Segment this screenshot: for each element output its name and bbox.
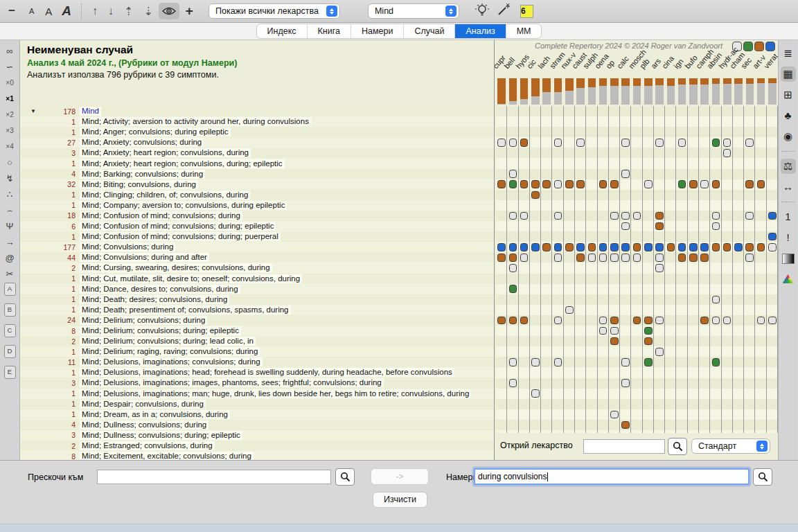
rubric-row[interactable]: 1Mind; Death; presentiment of; convulsio… <box>20 305 495 315</box>
broken-chain-icon[interactable]: ∽ <box>2 60 17 76</box>
rubric-row[interactable]: 1Mind; Cut, mutilate, slit, desire to; o… <box>20 274 495 284</box>
rubric-row[interactable]: 1Mind; Delusions, imaginations; head; fo… <box>20 367 495 378</box>
move-down-button[interactable]: ↓ <box>108 5 114 17</box>
legend-grade-3-swatch[interactable] <box>754 42 764 51</box>
find-remedy-input[interactable] <box>583 439 665 454</box>
multiply-1-button[interactable]: ×1 <box>2 91 17 107</box>
rubric-row[interactable]: 2Mind; Cursing, swearing, desires; convu… <box>20 263 495 273</box>
rubric-row[interactable]: 1Mind; Dream, as in a; convulsions, duri… <box>20 409 495 420</box>
rubric-row[interactable]: 4Mind; Dullness; convulsions; during <box>20 420 495 430</box>
find-search-button[interactable] <box>753 468 772 486</box>
rubric-row[interactable]: 2Mind; Delirium; convulsions; during; le… <box>20 336 495 346</box>
gradient-icon[interactable] <box>781 251 796 266</box>
arc-icon[interactable]: ⌢ <box>2 203 17 219</box>
find-remedy-search-button[interactable] <box>668 438 687 455</box>
jump-to-input[interactable] <box>97 470 331 484</box>
group-a-button[interactable]: A <box>4 283 16 296</box>
tab-анализ[interactable]: Анализ <box>455 24 506 38</box>
rubric-row[interactable]: 44Mind; Convulsions; during and after <box>20 252 495 263</box>
rubric-row[interactable]: 8Mind; Delirium; convulsions; during; ep… <box>20 326 495 336</box>
rubric-row[interactable]: 1Mind; Delusions, imaginations; man; hug… <box>20 389 495 399</box>
rubric-row[interactable]: 1Mind; Anger; convulsions; during epilep… <box>20 127 495 137</box>
rubric-row[interactable]: 1Mind; Clinging; children, of; convulsio… <box>20 190 495 200</box>
forward-button[interactable]: -> <box>371 468 429 485</box>
remedy-column-header[interactable]: verat <box>762 52 778 71</box>
count-badge[interactable]: 6 <box>520 5 533 18</box>
tab-мм[interactable]: ММ <box>506 24 542 38</box>
rubric-row[interactable]: 8Mind; Excitement, excitable; convulsion… <box>20 451 495 460</box>
scissors-icon[interactable]: ✂ <box>2 267 17 283</box>
exclamation-icon[interactable]: ! <box>781 230 796 245</box>
dots-pattern-icon[interactable]: ∴ <box>2 187 17 203</box>
resize-horizontal-icon[interactable]: ↔ <box>781 179 796 195</box>
rubric-row[interactable]: 3Mind; Dullness; convulsions; during; ep… <box>20 430 495 441</box>
list-view-icon[interactable]: ≣ <box>781 46 796 61</box>
rubric-row[interactable]: 1Mind; Company; aversion to; convulsions… <box>20 200 495 211</box>
legend-grade-2-swatch[interactable] <box>743 42 753 51</box>
grade-1-icon[interactable]: 1 <box>781 209 796 224</box>
rubric-row[interactable]: 1Mind; Anxiety; heart region; convulsion… <box>20 158 495 168</box>
tab-книга[interactable]: Книга <box>308 24 351 38</box>
grid-view-icon[interactable]: ▦ <box>781 66 796 82</box>
clear-button[interactable]: Изчисти <box>373 492 427 508</box>
tab-случай[interactable]: Случай <box>404 24 455 38</box>
group-c-button[interactable]: C <box>4 324 16 337</box>
grid-view-dropdown[interactable]: Стандарт <box>691 438 770 454</box>
legend-grade-4-swatch[interactable] <box>765 42 775 51</box>
font-small-button[interactable]: A <box>29 7 34 15</box>
crosshatch-view-icon[interactable]: ⊞ <box>781 87 796 103</box>
rubric-row[interactable]: 3Mind; Delusions, imaginations; images, … <box>20 378 495 388</box>
rubric-row[interactable]: 177Mind; Convulsions; during <box>20 242 495 252</box>
rubric-row[interactable]: 18Mind; Confusion of mind; convulsions; … <box>20 211 495 221</box>
add-button[interactable]: + <box>186 3 193 19</box>
eye-toggle-button[interactable] <box>159 3 179 19</box>
fork-icon[interactable]: Ψ <box>2 219 17 235</box>
arrow-right-icon[interactable]: → <box>2 235 17 251</box>
group-e-button[interactable]: E <box>4 366 16 379</box>
rubric-row[interactable]: 1Mind; Confusion of mind; convulsions; d… <box>20 231 495 242</box>
rubric-row[interactable]: 27Mind; Anxiety; convulsions; during <box>20 137 495 148</box>
show-remedies-dropdown[interactable]: Покажи всички лекарства <box>209 3 340 19</box>
multiply-2-button[interactable]: ×2 <box>2 107 17 123</box>
section-dropdown[interactable]: Mind <box>368 3 459 19</box>
rubric-row[interactable]: 11Mind; Delusions, imaginations; convuls… <box>20 357 495 367</box>
rubric-group-row[interactable]: ▼178Mind <box>20 106 495 116</box>
hint-bulb-button[interactable] <box>475 3 490 20</box>
rubric-row[interactable]: 1Mind; Delirium; raging, raving; convuls… <box>20 346 495 357</box>
move-up-button[interactable]: ↑ <box>92 5 98 17</box>
scales-icon[interactable]: ⚖ <box>781 159 796 174</box>
rubric-row[interactable]: 6Mind; Confusion of mind; convulsions; d… <box>20 221 495 231</box>
eye-icon[interactable]: ◉ <box>781 129 796 144</box>
rubric-row[interactable]: 1Mind; Dance, desires to; convulsions, d… <box>20 284 495 294</box>
tab-намери[interactable]: Намери <box>351 24 404 38</box>
decrease-button[interactable]: − <box>8 4 15 18</box>
rubric-row[interactable]: 1Mind; Activity; aversion to activity ar… <box>20 116 495 127</box>
font-large-button[interactable]: A <box>62 3 71 19</box>
rubric-row[interactable]: 3Mind; Anxiety; heart region; convulsion… <box>20 148 495 158</box>
rubric-row[interactable]: 2Mind; Estranged; convulsions, during <box>20 441 495 451</box>
prism-icon[interactable] <box>781 272 796 287</box>
multiply-3-button[interactable]: ×3 <box>2 123 17 139</box>
group-d-button[interactable]: D <box>4 345 16 358</box>
multiply-0-button[interactable]: ×0 <box>2 76 17 91</box>
link-chain-icon[interactable]: ∞ <box>2 44 17 60</box>
rubric-row[interactable]: 1Mind; Death; desires; convulsions, duri… <box>20 294 495 305</box>
spiral-icon[interactable]: @ <box>2 251 17 267</box>
leaf-icon[interactable]: ♣ <box>781 108 796 123</box>
font-medium-button[interactable]: A <box>45 6 52 17</box>
rubric-row[interactable]: 4Mind; Barking; convulsions; during <box>20 169 495 179</box>
circle-icon[interactable]: ○ <box>2 155 17 171</box>
group-b-button[interactable]: B <box>4 303 16 317</box>
rubric-row[interactable]: 24Mind; Delirium; convulsions; during <box>20 315 495 326</box>
magic-wand-button[interactable] <box>497 3 512 19</box>
find-input[interactable]: during convulsions <box>474 468 750 485</box>
jump-to-search-button[interactable] <box>335 468 355 486</box>
rubric-row[interactable]: 32Mind; Biting; convulsions, during <box>20 179 495 190</box>
multiply-4-button[interactable]: ×4 <box>2 139 17 155</box>
lightning-icon[interactable]: ↯ <box>2 171 17 187</box>
collapse-triangle-icon[interactable]: ▼ <box>30 108 36 114</box>
move-to-top-button[interactable]: ⇡ <box>124 5 133 18</box>
rubric-row[interactable]: 1Mind; Despair; convulsions, during <box>20 399 495 409</box>
tab-индекс[interactable]: Индекс <box>257 24 308 38</box>
move-to-bottom-button[interactable]: ⇣ <box>143 5 152 18</box>
